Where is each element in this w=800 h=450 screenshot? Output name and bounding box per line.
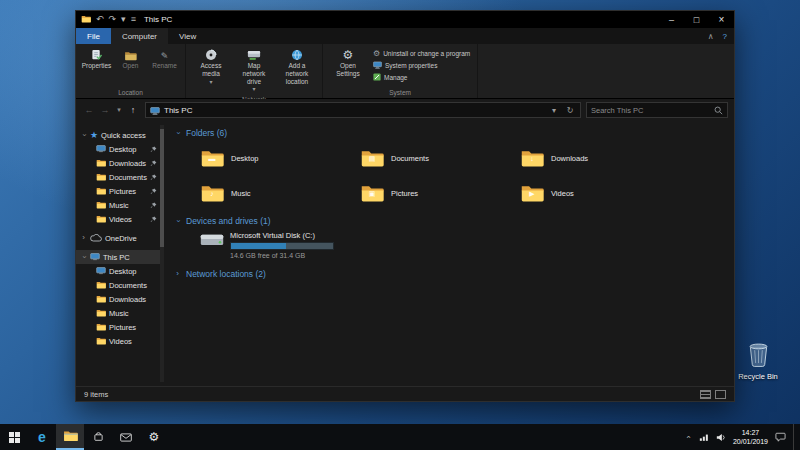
- rename-icon: ✎: [161, 52, 169, 61]
- sidebar-pc-videos[interactable]: Videos: [76, 334, 164, 348]
- map-network-drive-button[interactable]: Map network drive ▾: [236, 47, 272, 94]
- taskbar-clock[interactable]: 14:27 20/01/2019: [733, 428, 768, 446]
- pin-icon: [150, 160, 157, 167]
- folder-tile-documents[interactable]: ▤ Documents: [360, 144, 512, 172]
- sidebar-pc-music[interactable]: Music: [76, 306, 164, 320]
- open-settings-button[interactable]: ⚙ Open Settings: [330, 47, 366, 78]
- recycle-bin[interactable]: Recycle Bin: [726, 341, 790, 381]
- chevron-down-icon[interactable]: ›: [80, 132, 88, 139]
- action-center-icon[interactable]: [775, 428, 786, 446]
- uninstall-program-button[interactable]: ⚙ Uninstall or change a program: [373, 48, 470, 59]
- sidebar-item-downloads[interactable]: Downloads: [76, 156, 164, 170]
- menu-icon[interactable]: ≡: [131, 15, 136, 24]
- redo-icon[interactable]: ↷: [109, 15, 117, 24]
- volume-icon[interactable]: [716, 428, 726, 446]
- back-button[interactable]: ←: [82, 105, 96, 115]
- taskbar-file-explorer[interactable]: [56, 424, 84, 450]
- hidden-icons-chevron-icon[interactable]: ›: [684, 434, 692, 441]
- sidebar-item-documents[interactable]: Documents: [76, 170, 164, 184]
- address-path[interactable]: This PC: [164, 106, 192, 115]
- add-network-location-button[interactable]: Add a network location: [279, 47, 315, 85]
- chevron-down-icon[interactable]: ›: [80, 254, 88, 261]
- scrollbar-thumb[interactable]: [160, 129, 164, 247]
- sidebar-item-this-pc[interactable]: › This PC: [76, 250, 164, 264]
- pictures-glyph-icon: ▣: [360, 190, 384, 197]
- search-input[interactable]: [591, 106, 711, 115]
- chevron-right-icon[interactable]: ›: [174, 270, 181, 278]
- tab-file[interactable]: File: [76, 28, 111, 44]
- tab-view[interactable]: View: [168, 28, 207, 44]
- folder-tile-videos[interactable]: ▶ Videos: [520, 179, 672, 207]
- ribbon-group-network: Access media ▾ Map network drive ▾: [186, 44, 323, 98]
- explorer-icon: [81, 15, 91, 25]
- content-pane: › Folders (6) ▬ Desktop ▤: [164, 121, 734, 386]
- minimize-button[interactable]: –: [659, 11, 684, 28]
- settings-gear-icon: ⚙: [149, 431, 160, 443]
- mail-icon: [120, 428, 132, 446]
- desktop-icon: [96, 267, 106, 275]
- sidebar-pc-downloads[interactable]: Downloads: [76, 292, 164, 306]
- taskbar-mail[interactable]: [112, 424, 140, 450]
- access-media-button[interactable]: Access media ▾: [193, 47, 229, 86]
- maximize-button[interactable]: □: [684, 11, 709, 28]
- network-section-header[interactable]: › Network locations (2): [174, 269, 726, 279]
- hard-disk-icon: [200, 231, 224, 252]
- sidebar-item-onedrive[interactable]: › OneDrive: [76, 231, 164, 245]
- sidebar-item-quick-access[interactable]: › ★ Quick access: [76, 128, 164, 142]
- show-desktop-button[interactable]: [793, 424, 796, 450]
- chevron-right-icon[interactable]: ›: [80, 234, 87, 242]
- details-view-icon[interactable]: [700, 390, 711, 399]
- settings-gear-icon: ⚙: [343, 49, 354, 61]
- folder-tile-downloads[interactable]: ↓ Downloads: [520, 144, 672, 172]
- sidebar-item-videos[interactable]: Videos: [76, 212, 164, 226]
- sidebar-item-music[interactable]: Music: [76, 198, 164, 212]
- folder-tile-music[interactable]: ♪ Music: [200, 179, 352, 207]
- desktop-icon: [96, 145, 106, 153]
- system-monitor-icon: [373, 61, 382, 70]
- manage-button[interactable]: Manage: [373, 72, 470, 83]
- taskbar-settings[interactable]: ⚙: [140, 424, 168, 450]
- rename-button[interactable]: ✎ Rename: [151, 47, 178, 70]
- music-folder-icon: [96, 201, 106, 209]
- recent-locations-icon[interactable]: ▾: [114, 106, 124, 114]
- undo-icon[interactable]: ↶: [96, 15, 104, 24]
- start-button[interactable]: [0, 424, 28, 450]
- sidebar-item-pictures[interactable]: Pictures: [76, 184, 164, 198]
- sidebar-pc-documents[interactable]: Documents: [76, 278, 164, 292]
- videos-glyph-icon: ▶: [520, 190, 544, 197]
- forward-button[interactable]: →: [98, 105, 112, 115]
- up-button[interactable]: ↑: [126, 105, 140, 115]
- open-button[interactable]: Open: [117, 47, 144, 70]
- search-box[interactable]: [586, 102, 728, 118]
- drives-section-header[interactable]: › Devices and drives (1): [174, 216, 726, 226]
- qat-customize-icon[interactable]: ▾: [121, 15, 126, 24]
- collapse-ribbon-icon[interactable]: ∧: [708, 32, 714, 41]
- uninstall-gear-icon: ⚙: [373, 50, 380, 58]
- system-properties-button[interactable]: System properties: [373, 60, 470, 71]
- taskbar-store[interactable]: [84, 424, 112, 450]
- folders-section-header[interactable]: › Folders (6): [174, 128, 726, 138]
- refresh-icon[interactable]: ↻: [564, 106, 576, 115]
- folder-tile-desktop[interactable]: ▬ Desktop: [200, 144, 352, 172]
- sidebar-pc-pictures[interactable]: Pictures: [76, 320, 164, 334]
- thumbnail-view-icon[interactable]: [715, 390, 726, 399]
- tab-computer[interactable]: Computer: [111, 28, 168, 44]
- drive-tile[interactable]: Microsoft Virtual Disk (C:) 14.6 GB free…: [200, 231, 726, 259]
- clock-time: 14:27: [733, 428, 768, 437]
- address-dropdown-icon[interactable]: ▾: [548, 106, 560, 115]
- ribbon-controls: ∧ ?: [708, 28, 734, 44]
- help-icon[interactable]: ?: [723, 32, 727, 41]
- folder-tile-pictures[interactable]: ▣ Pictures: [360, 179, 512, 207]
- chevron-down-icon[interactable]: ›: [174, 130, 182, 137]
- titlebar[interactable]: ↶ ↷ ▾ ≡ This PC – □ ×: [76, 11, 734, 28]
- close-button[interactable]: ×: [709, 11, 734, 28]
- downloads-folder-icon: [96, 159, 106, 167]
- properties-button[interactable]: Properties: [83, 47, 110, 70]
- sidebar-item-desktop[interactable]: Desktop: [76, 142, 164, 156]
- chevron-down-icon[interactable]: ›: [174, 218, 182, 225]
- address-box[interactable]: This PC ▾ ↻: [145, 102, 581, 118]
- nav-scrollbar[interactable]: [160, 125, 164, 382]
- sidebar-pc-desktop[interactable]: Desktop: [76, 264, 164, 278]
- network-icon[interactable]: [699, 428, 709, 446]
- taskbar-edge[interactable]: e: [28, 424, 56, 450]
